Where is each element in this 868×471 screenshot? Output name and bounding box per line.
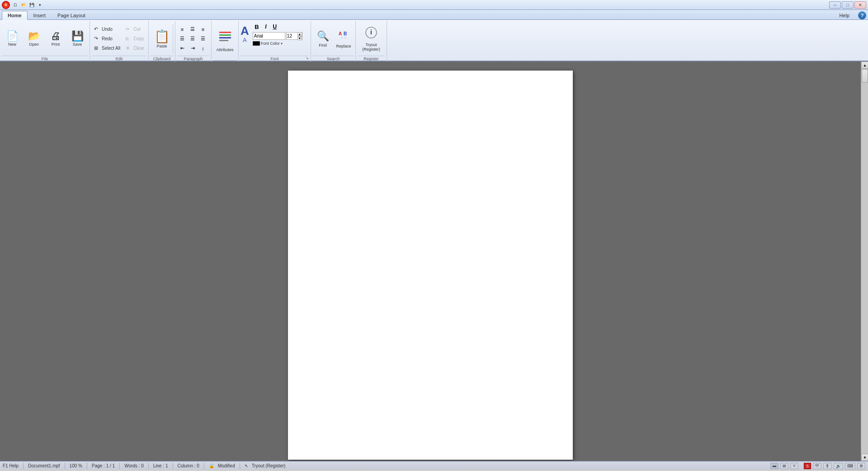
find-button[interactable]: 🔍 Find [313,24,333,54]
undo-icon: ↶ [94,26,100,32]
paste-icon: 📋 [154,29,170,44]
font-big-a-icon: A [241,25,249,37]
file-group-label: File [2,56,88,62]
view-normal-button[interactable]: ▬ [770,463,778,469]
paste-button[interactable]: 📋 Paste [151,24,173,54]
help-icon[interactable]: ? [858,11,866,19]
underline-button[interactable]: U [271,23,279,31]
replace-button[interactable]: A B → ← Replace [334,24,354,54]
font-small-a-icon: A [243,37,247,43]
scroll-thumb[interactable] [862,69,868,83]
qa-open-btn[interactable]: 📂 [20,2,27,8]
view-outline-button[interactable]: ≡ [790,463,798,469]
paragraph-group-label: Paragraph [177,56,209,62]
indent-decrease-button[interactable]: ⇤ [177,44,187,53]
select-all-button[interactable]: ⊞ Select All [92,44,123,53]
print-icon: 🖨 [51,31,61,41]
document-area [0,62,861,461]
ribbon: 📄 New 📂 Open 🖨 Print 💾 Save File ↶ [0,20,868,62]
list-bullet-button[interactable]: ☰ [177,34,187,43]
settings-button[interactable]: ⚙ [857,463,865,469]
font-size-input[interactable] [287,33,297,39]
scroll-track [861,69,868,454]
undo-button[interactable]: ↶ Undo [92,25,123,34]
open-button[interactable]: 📂 Open [24,24,44,54]
cut-button[interactable]: ✂ Cut [123,25,146,34]
font-colors-group-inner: A A B I U [241,22,309,56]
speaker-button[interactable]: 🔊 [834,463,843,469]
qa-save-btn[interactable]: 💾 [28,2,35,8]
zoom-level: 100 % [70,463,82,468]
tab-home[interactable]: Home [2,11,28,20]
indent-increase-button[interactable]: ⇥ [188,44,198,53]
save-button[interactable]: 💾 Save [67,24,88,54]
clipboard-group-inner: 📋 Paste [151,22,173,56]
close-button[interactable]: ✕ [854,1,866,9]
ribbon-tabs: Home Insert Page Layout Help ? [0,10,868,20]
italic-button[interactable]: I [262,23,270,31]
status-sep-8 [240,463,240,469]
input-method-button[interactable]: 中 [813,463,821,469]
qa-new-btn[interactable]: 🗋 [12,2,19,8]
edit-group-label: Edit [92,56,146,62]
tryout-register-button[interactable]: i Tryout(Register) [358,24,385,54]
save-icon: 💾 [71,31,84,41]
list-multi-button[interactable]: ☰ [198,34,208,43]
document-page[interactable] [288,71,573,460]
new-label: New [8,42,16,47]
title-bar: S 🗋 📂 💾 ▾ ─ □ ✕ [0,0,868,10]
svg-rect-1 [219,34,231,36]
align-left-button[interactable]: ≡ [177,25,187,34]
redo-button[interactable]: ↷ Redo [92,34,123,43]
clear-icon: ✕ [126,45,132,51]
quick-access-toolbar: 🗋 📂 💾 ▾ [12,2,43,8]
find-icon: 🔍 [317,30,329,42]
font-size-up-button[interactable]: ▲ [297,32,302,36]
open-label: Open [29,42,39,47]
svg-text:→: → [340,36,343,40]
scroll-down-button[interactable]: ▼ [861,454,868,461]
scroll-up-button[interactable]: ▲ [861,62,868,69]
minimize-button[interactable]: ─ [829,1,841,9]
redo-icon: ↷ [94,36,100,42]
align-right-button[interactable]: ≡ [198,25,208,34]
qa-dropdown-btn[interactable]: ▾ [36,2,43,8]
align-center-button[interactable]: ☰ [188,25,198,34]
view-layout-button[interactable]: ▤ [780,463,788,469]
attributes-button[interactable]: Attributes [213,26,236,56]
replace-icon: A B → ← [338,29,349,43]
clear-button[interactable]: ✕ Clear [123,44,146,53]
register-group-inner: i Tryout(Register) [358,22,385,56]
print-button[interactable]: 🖨 Print [45,24,66,54]
para-spacing-button[interactable]: ↕ [198,44,208,53]
status-sep-4 [119,463,120,469]
ribbon-group-register: i Tryout(Register) Register [356,21,387,62]
attributes-label: Attributes [217,48,234,52]
ribbon-group-attributes: Attributes [212,21,239,62]
microphone-button[interactable]: 🎙 [823,463,832,469]
language-button[interactable]: S [804,463,811,469]
words-info: Words : 0 [124,463,144,468]
font-colors-expand-button[interactable]: ↘ [304,55,310,61]
tab-help[interactable]: Help [833,10,855,19]
lock-icon: 🔒 [209,463,214,468]
font-name-input[interactable] [253,32,285,40]
title-bar-left: S 🗋 📂 💾 ▾ [2,1,43,9]
font-size-down-button[interactable]: ▼ [297,36,302,40]
search-group-label: Search [313,56,354,62]
ribbon-group-search: 🔍 Find A B → ← Replace Search [311,21,356,62]
tab-insert[interactable]: Insert [28,10,52,19]
keyboard-button[interactable]: ⌨ [845,463,855,469]
cut-icon: ✂ [126,26,132,32]
status-bar-right: ▬ ▤ ≡ S 中 🎙 🔊 ⌨ ⚙ [770,463,865,469]
tab-page-layout[interactable]: Page Layout [52,10,91,19]
font-color-dropdown-arrow[interactable]: ▾ [281,42,283,46]
bold-button[interactable]: B [253,23,261,31]
paragraph-group-inner: ≡ ☰ ≡ ☰ ☰ ☰ ⇤ ⇥ ↕ [177,22,209,56]
redo-label: Redo [102,36,113,41]
new-button[interactable]: 📄 New [2,24,23,54]
copy-button[interactable]: ⎘ Copy [123,34,146,43]
list-number-button[interactable]: ☰ [188,34,198,43]
clipboard-group-label: Clipboard [151,56,173,62]
maximize-button[interactable]: □ [842,1,854,9]
